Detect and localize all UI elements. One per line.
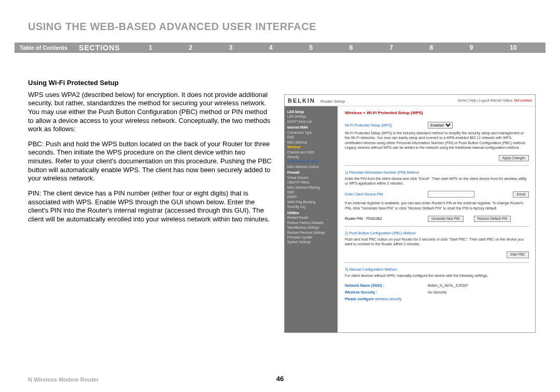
router-pin-label: Router PIN : 75161262 xyxy=(345,216,428,221)
divider-2 xyxy=(345,226,529,227)
side-dmz[interactable]: DMZ xyxy=(287,190,335,194)
nav-3[interactable]: 3 xyxy=(229,44,233,51)
method2-p: Push and hold PBC button on your Router … xyxy=(345,237,529,246)
nav-10[interactable]: 10 xyxy=(510,44,516,51)
side-lan-settings[interactable]: LAN Settings xyxy=(287,114,335,119)
side-fw-update[interactable]: Firmware Update xyxy=(287,235,335,240)
side-wps[interactable]: Wi-Fi Protected Setup xyxy=(287,159,335,164)
ssid-label: Network Name (SSID) : xyxy=(345,283,428,288)
side-restore-prev[interactable]: Restore Previous Settings xyxy=(287,230,335,235)
paragraph-intro: WPS uses WPA2 (described below) for encr… xyxy=(28,91,272,134)
wireless-security-link[interactable]: wireless security xyxy=(375,297,401,301)
restore-pin-button[interactable]: Restore Default PIN xyxy=(474,216,511,222)
figure-main: Wireless > Wi-Fi Protected Setup (WPS) W… xyxy=(338,106,535,332)
router-pin-label-text: Router PIN : xyxy=(345,217,365,220)
router-pin-value: 75161262 xyxy=(366,217,382,220)
footer-page-number: 46 xyxy=(276,375,284,383)
figure-sidebar: LAN Setup LAN Settings DHCP Client List … xyxy=(285,106,338,332)
enroll-button[interactable]: Enroll xyxy=(513,191,529,198)
paragraph-pin: PIN: The client device has a PIN number … xyxy=(28,189,272,224)
side-lan-setup[interactable]: LAN Setup xyxy=(287,109,335,114)
figure-topbar: BELKIN Router Setup Home | Help | Logout… xyxy=(285,95,535,106)
top-links-text[interactable]: Home | Help | Logout Internet Status: xyxy=(457,99,513,102)
security-value: No Security xyxy=(428,290,446,295)
nav-9[interactable]: 9 xyxy=(470,44,473,51)
divider-1 xyxy=(345,165,529,166)
side-security[interactable]: Security xyxy=(287,155,335,159)
side-channel-ssid[interactable]: Channel and SSID xyxy=(287,150,335,155)
method3-p: For client devices without WPS, manually… xyxy=(345,273,529,278)
apply-changes-button[interactable]: Apply Changes xyxy=(499,155,529,161)
side-security-log[interactable]: Security Log xyxy=(287,204,335,209)
nav-sections-label: SECTIONS xyxy=(79,44,120,52)
side-utilities[interactable]: Utilities xyxy=(287,211,335,215)
divider-3 xyxy=(345,262,529,263)
section-heading: Using Wi-Fi Protected Setup xyxy=(28,79,272,88)
side-restore-defaults[interactable]: Restore Factory Defaults xyxy=(287,220,335,225)
configure-label: Please configure xyxy=(345,297,374,301)
side-restart[interactable]: Restart Router xyxy=(287,215,335,220)
side-mac-address[interactable]: MAC Address xyxy=(287,140,335,145)
nav-6[interactable]: 6 xyxy=(349,44,353,51)
side-internet-wan[interactable]: Internet WAN xyxy=(287,125,335,130)
method1-p2: If an external registrar is available, y… xyxy=(345,201,529,210)
client-pin-input[interactable] xyxy=(428,191,474,198)
start-pbc-button[interactable]: Start PBC xyxy=(507,251,529,258)
wps-select[interactable]: Enabled xyxy=(428,122,453,129)
side-firewall[interactable]: Firewall xyxy=(287,170,335,175)
side-wan-ping[interactable]: WAN Ping Blocking xyxy=(287,200,335,204)
breadcrumb: Wireless > Wi-Fi Protected Setup (WPS) xyxy=(345,110,529,116)
content-body: Using Wi-Fi Protected Setup WPS uses WPA… xyxy=(28,79,272,230)
side-dhcp-client[interactable]: DHCP Client List xyxy=(287,119,335,124)
page-title: USING THE WEB-BASED ADVANCED USER INTERF… xyxy=(28,21,316,33)
wps-description: Wi-Fi Protected Setup (WPS) is the indus… xyxy=(345,131,529,149)
paragraph-pbc: PBC: Push and hold the WPS button locate… xyxy=(28,140,272,183)
method1-heading: 1) Personal Information Number (PIN) Met… xyxy=(345,170,529,175)
nav-4[interactable]: 4 xyxy=(269,44,273,51)
method1-p1: Enter the PIN from the client device and… xyxy=(345,176,529,186)
side-mac-filter[interactable]: MAC Address Filtering xyxy=(287,185,335,190)
method2-heading: 2) Push Button Configuration (PBC) Metho… xyxy=(345,231,529,235)
wps-label: Wi-Fi Protected Setup (WPS) xyxy=(345,123,428,128)
method3-heading: 3) Manual Configuration Method xyxy=(345,267,529,272)
generate-pin-button[interactable]: Generate New PIN xyxy=(428,216,464,222)
router-ui-figure: BELKIN Router Setup Home | Help | Logout… xyxy=(284,94,536,333)
side-dns[interactable]: DNS xyxy=(287,135,335,139)
side-save-backup[interactable]: Save/Backup Settings xyxy=(287,225,335,230)
client-pin-label: Enter Client Device PIN xyxy=(345,192,428,197)
nav-bar: Table of Contents SECTIONS 1 2 3 4 5 6 7… xyxy=(15,43,545,53)
nav-1[interactable]: 1 xyxy=(149,44,152,51)
side-virtual-servers[interactable]: Virtual Servers xyxy=(287,175,335,180)
security-label: Wireless Security : xyxy=(345,290,428,295)
ssid-value: Belkin_N_ADSL_E35307 xyxy=(428,283,468,288)
footer-product: N Wireless Modem Router xyxy=(28,376,99,383)
router-setup-label: Router Setup xyxy=(320,99,345,104)
side-client-ip[interactable]: Client IP Filters xyxy=(287,180,335,185)
side-ddns[interactable]: DDNS xyxy=(287,194,335,199)
nav-2[interactable]: 2 xyxy=(189,44,192,51)
side-wireless[interactable]: Wireless xyxy=(287,145,335,149)
side-mac-control[interactable]: MAC Address Control xyxy=(287,164,335,169)
side-sys-settings[interactable]: System Settings xyxy=(287,240,335,244)
nav-8[interactable]: 8 xyxy=(430,44,433,51)
side-conn-type[interactable]: Connection Type xyxy=(287,130,335,135)
nav-numbers: 1 2 3 4 5 6 7 8 9 10 xyxy=(120,44,545,51)
nav-5[interactable]: 5 xyxy=(309,44,313,51)
top-links: Home | Help | Logout Internet Status: No… xyxy=(457,99,532,102)
nav-toc[interactable]: Table of Contents xyxy=(15,45,67,51)
belkin-logo: BELKIN xyxy=(288,97,315,104)
internet-status: Not connect xyxy=(514,99,532,102)
nav-7[interactable]: 7 xyxy=(389,44,393,51)
